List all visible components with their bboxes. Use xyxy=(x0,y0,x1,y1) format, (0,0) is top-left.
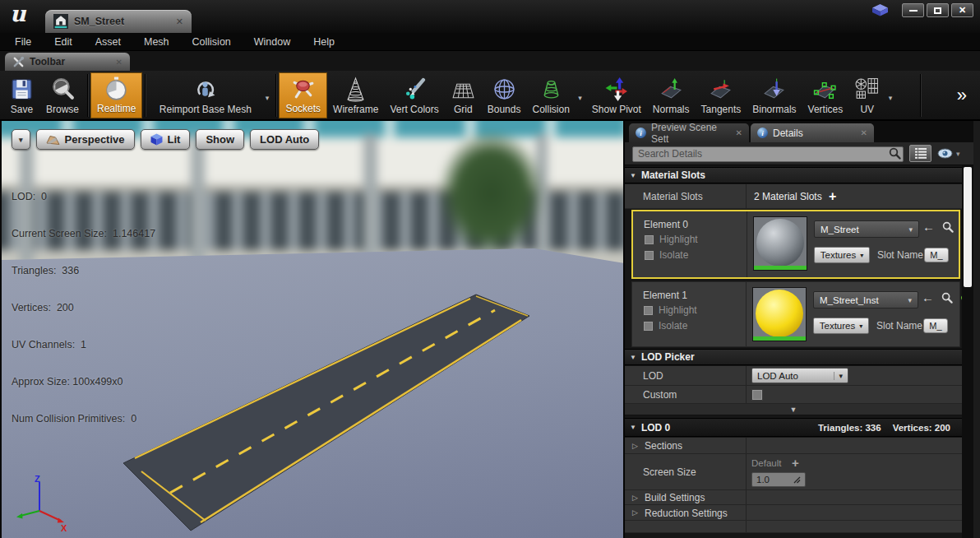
lod-select[interactable]: LOD Auto ▾ xyxy=(751,368,848,383)
stat-collision-primitives: Num Collision Primitives: 0 xyxy=(12,413,155,425)
isolate-checkbox[interactable] xyxy=(643,321,654,332)
collision-icon xyxy=(539,77,564,102)
material-select[interactable]: M_Street ▾ xyxy=(814,220,919,238)
lod0-header[interactable]: ▼ LOD 0 Triangles: 336 Vertices: 200 xyxy=(625,418,962,437)
menu-collision[interactable]: Collision xyxy=(181,33,243,51)
reimport-base-mesh-button[interactable]: Reimport Base Mesh ▾ xyxy=(148,72,273,118)
reimport-caret-icon[interactable]: ▾ xyxy=(266,94,270,102)
details-panel: i Preview Scene Sett ✕ i Details ✕ xyxy=(623,121,980,538)
menu-asset[interactable]: Asset xyxy=(84,33,132,51)
perspective-button[interactable]: Perspective xyxy=(36,129,135,150)
feature-level-icon xyxy=(872,4,888,16)
toolbar-separator xyxy=(145,74,146,117)
sections-label: Sections xyxy=(645,440,682,452)
lod-picker-header[interactable]: ▼ LOD Picker xyxy=(625,349,962,365)
custom-label: Custom xyxy=(643,389,677,401)
screen-size-row: Screen Size Default + 1.0 xyxy=(625,454,962,490)
use-selected-asset-icon[interactable]: ← xyxy=(922,291,934,304)
toolbar-overflow-button[interactable]: » xyxy=(947,85,977,106)
collapsed-arrow-icon: ▷ xyxy=(632,508,638,517)
collision-button[interactable]: Collision ▾ xyxy=(526,72,585,118)
tab-close-icon[interactable]: ✕ xyxy=(176,16,183,27)
material-thumbnail[interactable] xyxy=(753,216,807,271)
tab-close-icon[interactable]: ✕ xyxy=(736,128,742,137)
slot-name-field[interactable]: M_ xyxy=(923,318,948,333)
wireframe-button[interactable]: Wireframe xyxy=(327,72,384,118)
collision-caret-icon[interactable]: ▾ xyxy=(578,94,582,102)
section-expander[interactable]: ▼ xyxy=(625,404,962,415)
menu-mesh[interactable]: Mesh xyxy=(132,33,181,51)
lod-auto-button[interactable]: LOD Auto xyxy=(250,129,319,150)
chevron-down-icon: ▼ xyxy=(790,406,797,414)
sockets-button[interactable]: Sockets xyxy=(279,72,327,118)
material-select[interactable]: M_Street_Inst ▾ xyxy=(813,291,918,308)
lit-button[interactable]: Lit xyxy=(141,129,191,150)
reduction-settings-row[interactable]: ▷ Reduction Settings xyxy=(625,505,962,521)
binormals-button[interactable]: Binormals xyxy=(747,72,802,118)
expanded-arrow-icon: ▼ xyxy=(630,354,636,361)
search-details-input[interactable] xyxy=(632,146,904,162)
browse-to-asset-icon[interactable] xyxy=(942,221,954,233)
uv-caret-icon[interactable]: ▾ xyxy=(889,94,893,102)
vertices-button[interactable]: Vertices xyxy=(802,72,849,118)
stat-lod: LOD: 0 xyxy=(12,191,155,203)
stat-vertices: Vertices: 200 xyxy=(12,302,155,314)
menu-help[interactable]: Help xyxy=(302,33,346,51)
menu-edit[interactable]: Edit xyxy=(43,33,84,51)
menu-file[interactable]: File xyxy=(3,33,43,51)
eye-icon xyxy=(937,148,953,159)
viewport-options-button[interactable]: ▾ xyxy=(12,129,30,150)
browse-button[interactable]: Browse xyxy=(40,72,85,118)
uv-button[interactable]: UV ▾ xyxy=(848,72,896,118)
toolbar-tab[interactable]: Toolbar ✕ xyxy=(5,53,130,71)
textures-dropdown[interactable]: Textures ▾ xyxy=(814,247,870,263)
axis-gizmo: Z X xyxy=(7,474,67,531)
chevron-down-icon: ▾ xyxy=(908,225,913,234)
bounds-button[interactable]: Bounds xyxy=(482,72,527,118)
browse-to-asset-icon[interactable] xyxy=(941,292,953,304)
textures-dropdown[interactable]: Textures ▾ xyxy=(813,318,869,334)
toolbar-tab-close-icon[interactable]: ✕ xyxy=(116,58,122,67)
lod0-triangles: Triangles: 336 xyxy=(818,423,881,433)
vert-colors-button[interactable]: Vert Colors xyxy=(384,72,444,118)
panel-scrollbar[interactable] xyxy=(962,165,973,538)
tab-preview-scene-settings[interactable]: i Preview Scene Sett ✕ xyxy=(629,123,749,142)
isolate-checkbox[interactable] xyxy=(644,250,654,261)
add-material-slot-button[interactable]: + xyxy=(829,189,836,204)
tab-details[interactable]: i Details ✕ xyxy=(751,123,874,142)
tangents-button[interactable]: Tangents xyxy=(696,72,747,118)
grid-button[interactable]: Grid xyxy=(445,72,482,118)
sections-row[interactable]: ▷ Sections xyxy=(625,438,962,454)
menu-window[interactable]: Window xyxy=(243,33,302,51)
save-button[interactable]: Save xyxy=(3,72,40,118)
realtime-button[interactable]: Realtime xyxy=(90,72,142,118)
highlight-checkbox[interactable] xyxy=(644,234,654,245)
lod-row: LOD LOD Auto ▾ xyxy=(625,366,962,386)
view-options-button[interactable]: ▾ xyxy=(937,148,960,159)
property-matrix-button[interactable] xyxy=(909,145,931,162)
minimize-button[interactable] xyxy=(902,3,924,17)
material-element-1[interactable]: Element 1 Highlight Isolate M_Street_Ins… xyxy=(631,281,960,347)
screen-size-input[interactable]: 1.0 xyxy=(751,472,806,487)
material-slots-header[interactable]: ▼ Material Slots xyxy=(625,167,962,183)
viewport[interactable]: ▾ Perspective Lit Show xyxy=(0,121,623,538)
material-thumbnail[interactable] xyxy=(752,287,807,341)
asset-tab-sm-street[interactable]: SM_Street ✕ xyxy=(45,10,192,33)
normals-button[interactable]: Normals xyxy=(647,72,696,118)
show-pivot-button[interactable]: Show Pivot xyxy=(586,72,647,118)
tab-close-icon[interactable]: ✕ xyxy=(861,128,867,137)
material-element-0[interactable]: Element 0 Highlight Isolate M_Street ▾ ← xyxy=(631,210,960,279)
custom-checkbox[interactable] xyxy=(751,389,763,401)
restore-button[interactable] xyxy=(927,3,949,17)
perspective-icon xyxy=(46,135,60,145)
close-button[interactable]: ✕ xyxy=(951,3,973,17)
highlight-checkbox[interactable] xyxy=(643,305,654,316)
scrollbar-thumb[interactable] xyxy=(964,167,972,287)
show-button[interactable]: Show xyxy=(196,129,244,150)
build-settings-row[interactable]: ▷ Build Settings xyxy=(625,490,962,505)
add-screen-size-button[interactable]: + xyxy=(792,456,799,470)
slot-name-field[interactable]: M_ xyxy=(924,248,949,262)
stat-screen-size: Current Screen Size: 1.146417 xyxy=(12,228,155,240)
chevron-down-icon: ▾ xyxy=(19,136,23,144)
use-selected-asset-icon[interactable]: ← xyxy=(922,220,935,233)
